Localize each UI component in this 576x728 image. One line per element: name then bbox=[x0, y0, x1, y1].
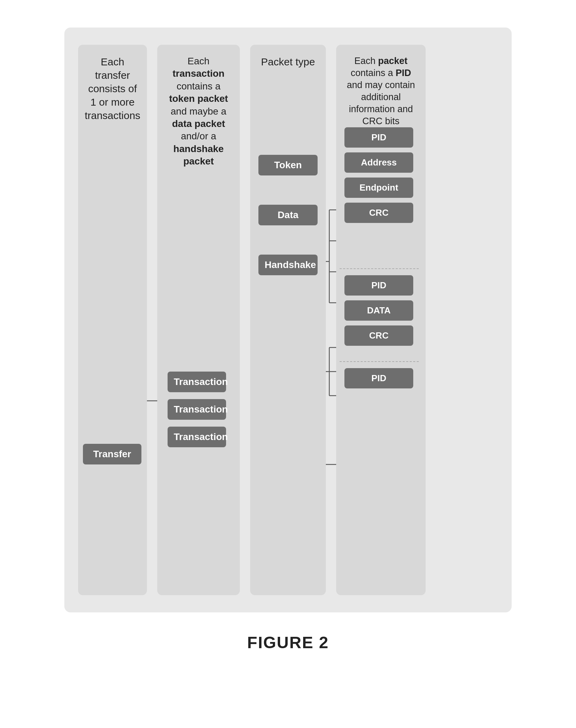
field-pid-1: PID bbox=[344, 127, 413, 148]
field-address: Address bbox=[344, 152, 413, 173]
column-transfer: Each transfer consists of 1 or more tran… bbox=[78, 45, 147, 595]
data-box: Data bbox=[258, 205, 318, 225]
transaction-box-1: Transaction bbox=[168, 372, 226, 392]
page-wrapper: Each transfer consists of 1 or more tran… bbox=[0, 0, 576, 728]
column-packet-type: Packet type Token Data Handshake bbox=[250, 45, 326, 595]
field-crc-2: CRC bbox=[344, 325, 413, 346]
col4-header: Each packet contains a PID and may conta… bbox=[336, 45, 426, 135]
field-endpoint: Endpoint bbox=[344, 178, 413, 198]
diagram-area: Each transfer consists of 1 or more tran… bbox=[64, 28, 512, 612]
transaction-box-2: Transaction bbox=[168, 399, 226, 420]
col1-header-text: Each transfer consists of 1 or more tran… bbox=[85, 56, 140, 121]
token-box: Token bbox=[258, 155, 318, 175]
column-fields: Each packet contains a PID and may conta… bbox=[336, 45, 426, 595]
field-data: DATA bbox=[344, 300, 413, 321]
col2-header: Each transaction contains a token packet… bbox=[157, 45, 240, 175]
figure-label: FIGURE 2 bbox=[247, 633, 329, 652]
transaction-box-3: Transaction bbox=[168, 427, 226, 447]
columns-container: Each transfer consists of 1 or more tran… bbox=[78, 45, 498, 595]
transfer-box: Transfer bbox=[83, 444, 141, 464]
col3-header: Packet type bbox=[254, 45, 322, 75]
field-crc-1: CRC bbox=[344, 203, 413, 223]
field-pid-2: PID bbox=[344, 275, 413, 296]
handshake-box: Handshake bbox=[258, 255, 318, 275]
col1-header: Each transfer consists of 1 or more tran… bbox=[78, 45, 147, 129]
column-transaction: Each transaction contains a token packet… bbox=[157, 45, 240, 595]
field-pid-3: PID bbox=[344, 368, 413, 388]
